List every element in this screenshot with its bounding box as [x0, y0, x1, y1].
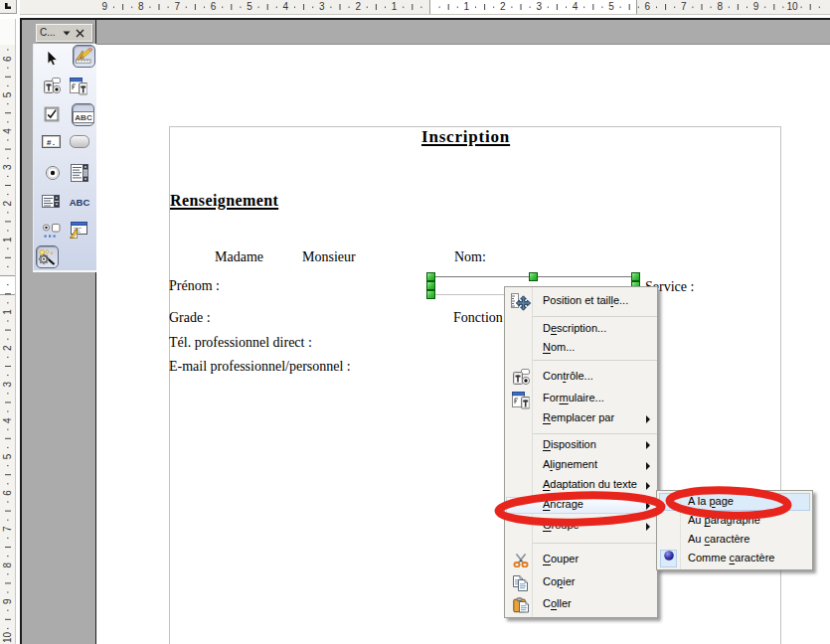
svg-text:4: 4 — [573, 1, 579, 12]
svg-text:7: 7 — [174, 1, 180, 12]
svg-text:9: 9 — [2, 598, 13, 604]
svg-text:9: 9 — [102, 1, 108, 12]
svg-text:1: 1 — [2, 237, 13, 242]
svg-text:2: 2 — [2, 345, 13, 351]
svg-text:3: 3 — [319, 1, 325, 12]
svg-text:7: 7 — [681, 1, 687, 12]
svg-text:6: 6 — [2, 490, 13, 496]
svg-text:5: 5 — [608, 1, 614, 12]
svg-text:2: 2 — [2, 200, 13, 206]
svg-text:5: 5 — [247, 1, 252, 12]
svg-text:#.: #. — [47, 138, 57, 147]
svg-text:1: 1 — [2, 309, 13, 315]
svg-text:ABC: ABC — [75, 113, 92, 122]
svg-text:5: 5 — [2, 453, 13, 459]
svg-text:3: 3 — [536, 1, 542, 12]
svg-text:6: 6 — [2, 56, 13, 62]
svg-text:ABC: ABC — [70, 197, 90, 208]
svg-text:8: 8 — [2, 562, 13, 567]
svg-text:2: 2 — [500, 1, 506, 12]
svg-text:10: 10 — [786, 1, 798, 12]
svg-text:6: 6 — [645, 1, 651, 12]
svg-text:8: 8 — [717, 1, 723, 12]
svg-text:1: 1 — [464, 1, 470, 12]
svg-text:6: 6 — [211, 1, 217, 12]
svg-text:5: 5 — [2, 91, 13, 97]
svg-text:4: 4 — [2, 417, 13, 423]
svg-text:1: 1 — [392, 1, 398, 12]
svg-text:8: 8 — [138, 1, 144, 12]
svg-text:10: 10 — [2, 632, 13, 644]
svg-text:4: 4 — [283, 1, 289, 12]
svg-text:9: 9 — [753, 1, 759, 12]
svg-text:4: 4 — [2, 128, 13, 134]
svg-text:7: 7 — [2, 526, 13, 532]
svg-text:3: 3 — [2, 164, 13, 170]
svg-text:2: 2 — [355, 1, 361, 12]
svg-text:3: 3 — [2, 381, 13, 387]
